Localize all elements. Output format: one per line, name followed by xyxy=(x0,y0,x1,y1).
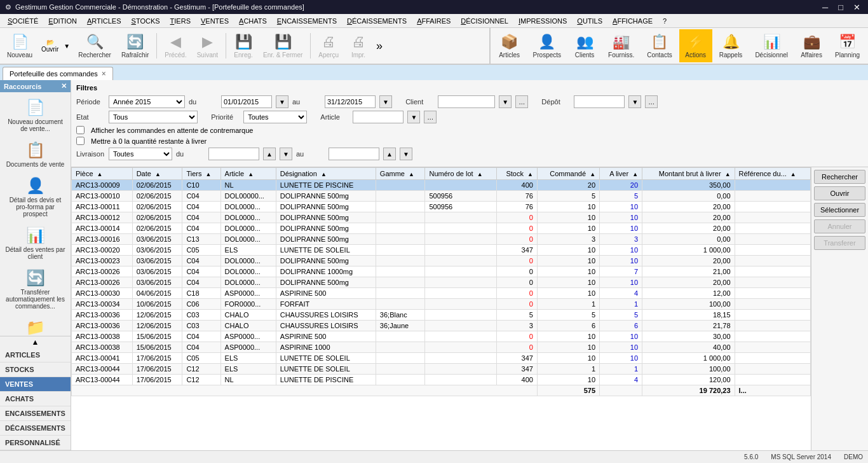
menu-outils[interactable]: OUTILS xyxy=(572,16,607,26)
ouvrir-side-btn[interactable]: Ouvrir xyxy=(814,186,865,200)
table-row[interactable]: ARC13-00014 02/06/2015 C04 DOL0000... DO… xyxy=(72,223,811,234)
ouvrir-button[interactable]: 📂 Ouvrir ▼ xyxy=(38,29,72,62)
menu-societe[interactable]: SOCIÉTÉ xyxy=(3,16,43,26)
menu-ventes[interactable]: VENTES xyxy=(196,16,234,26)
du-dropdown-btn[interactable]: ▼ xyxy=(276,95,288,108)
table-row[interactable]: ARC13-00020 03/06/2015 C05 ELS LUNETTE D… xyxy=(72,245,811,256)
sidebar-item-portefeuille[interactable]: 📁 Portefeuille des xyxy=(3,315,68,336)
menu-stocks[interactable]: STOCKS xyxy=(126,16,165,26)
table-row[interactable]: ARC13-00034 10/06/2015 C06 FOR0000... FO… xyxy=(72,299,811,310)
table-row[interactable]: ARC13-00038 15/06/2015 C04 ASP0000... AS… xyxy=(72,342,811,353)
menu-affichage[interactable]: AFFICHAGE xyxy=(607,16,658,26)
menu-tiers[interactable]: TIERS xyxy=(165,16,196,26)
col-article[interactable]: Article ▲ xyxy=(220,168,276,180)
close-btn[interactable]: ✕ xyxy=(851,3,863,12)
sidebar-item-nouveau-doc[interactable]: 📄 Nouveau document de vente... xyxy=(3,95,68,136)
livraison-au-up-btn[interactable]: ▲ xyxy=(383,148,396,160)
article-input[interactable] xyxy=(353,111,403,123)
table-row[interactable]: ARC13-00010 02/06/2015 C04 DOL00000... D… xyxy=(72,191,811,202)
client-input[interactable] xyxy=(438,95,495,108)
col-date[interactable]: Date ▲ xyxy=(132,168,182,180)
table-row[interactable]: ARC13-00026 03/06/2015 C04 DOL0000... DO… xyxy=(72,277,811,288)
ouvrir-main[interactable]: 📂 Ouvrir xyxy=(38,29,62,62)
table-row[interactable]: ARC13-00038 15/06/2015 C04 ASP0000... AS… xyxy=(72,331,811,342)
table-row[interactable]: ARC13-00009 02/06/2015 C10 NL LUNETTE DE… xyxy=(72,180,811,191)
nav-item-decaissements[interactable]: DÉCAISSEMENTS xyxy=(0,421,71,436)
col-stock[interactable]: Stock ▲ xyxy=(496,168,537,180)
contacts-rt-button[interactable]: 📋 Contacts xyxy=(641,29,677,62)
nav-item-encaissements[interactable]: ENCAISSEMENTS xyxy=(0,406,71,421)
menu-edition[interactable]: EDITION xyxy=(43,16,82,26)
nav-item-articles[interactable]: ARTICLES xyxy=(0,348,71,363)
menu-encaissements[interactable]: ENCAISSEMENTS xyxy=(272,16,342,26)
menu-decisionnel[interactable]: DÉCISIONNEL xyxy=(456,16,513,26)
menu-decaissements[interactable]: DÉCAISSEMENTS xyxy=(342,16,412,26)
table-row[interactable]: ARC13-00026 03/06/2015 C04 DOL0000... DO… xyxy=(72,266,811,277)
depot-dropdown-btn[interactable]: ▼ xyxy=(628,95,641,108)
article-search-btn[interactable]: … xyxy=(424,111,437,123)
clients-rt-button[interactable]: 👥 Clients xyxy=(568,29,601,62)
nav-item-ventes[interactable]: VENTES xyxy=(0,377,71,392)
fourniss-rt-button[interactable]: 🏭 Fourniss. xyxy=(602,29,640,62)
table-row[interactable]: ARC13-00036 12/06/2015 C03 CHALO CHAUSSU… xyxy=(72,310,811,321)
rappels-rt-button[interactable]: 🔔 Rappels xyxy=(714,29,749,62)
depot-search-btn[interactable]: … xyxy=(645,95,658,108)
nav-item-personnalise[interactable]: PERSONNALISÉ xyxy=(0,436,71,450)
portefeuille-tab[interactable]: Portefeuille des commandes × xyxy=(3,67,113,81)
sidebar-item-detail-devis[interactable]: 👤 Détail des devis et pro-forma par pros… xyxy=(3,173,68,221)
col-numero-lot[interactable]: Numéro de lot ▲ xyxy=(425,168,496,180)
rafraichir-button[interactable]: 🔄 Rafraîchir xyxy=(117,29,153,62)
tab-close-btn[interactable]: × xyxy=(102,69,106,78)
decisionnel-rt-button[interactable]: 📊 Décisionnel xyxy=(749,29,794,62)
du-input[interactable] xyxy=(221,95,272,108)
table-row[interactable]: ARC13-00011 02/06/2015 C04 DOL0000... DO… xyxy=(72,202,811,212)
sidebar-close-btn[interactable]: ✕ xyxy=(61,82,67,90)
menu-articles[interactable]: ARTICLES xyxy=(82,16,126,26)
articles-rt-button[interactable]: 📦 Articles xyxy=(493,29,526,62)
sidebar-scroll-up[interactable]: ▲ xyxy=(0,336,71,348)
selectionner-side-btn[interactable]: Sélectionner xyxy=(814,203,865,217)
prospects-rt-button[interactable]: 👤 Prospects xyxy=(527,29,567,62)
col-a-livrer[interactable]: A liver ▲ xyxy=(600,168,642,180)
sidebar-item-detail-ventes[interactable]: 📊 Détail des ventes par client xyxy=(3,223,68,264)
affaires-rt-button[interactable]: 💼 Affaires xyxy=(795,29,828,62)
menu-help[interactable]: ? xyxy=(658,16,672,26)
rechercher-button[interactable]: 🔍 Rechercher xyxy=(74,29,116,62)
nav-item-achats[interactable]: ACHATS xyxy=(0,392,71,406)
article-dropdown-btn[interactable]: ▼ xyxy=(407,111,420,123)
table-row[interactable]: ARC13-00044 17/06/2015 C12 ELS LUNETTE D… xyxy=(72,364,811,375)
col-gamme[interactable]: Gamme ▲ xyxy=(376,168,425,180)
col-montant[interactable]: Montant brut à livrer ▲ xyxy=(642,168,735,180)
periode-select[interactable]: Année 2015 xyxy=(109,95,185,108)
minimize-btn[interactable]: ─ xyxy=(820,3,831,12)
au-input[interactable] xyxy=(325,95,376,108)
col-designation[interactable]: Désignation ▲ xyxy=(276,168,376,180)
sidebar-item-docs-vente[interactable]: 📋 Documents de vente xyxy=(3,137,68,172)
etat-select[interactable]: Tous xyxy=(109,111,198,123)
table-row[interactable]: ARC13-00012 02/06/2015 C04 DOL0000... DO… xyxy=(72,212,811,223)
rechercher-side-btn[interactable]: Rechercher xyxy=(814,170,865,184)
livraison-select[interactable]: Toutes xyxy=(109,148,172,160)
table-container[interactable]: Pièce ▲ Date ▲ Tiers ▲ Article ▲ Désigna… xyxy=(71,167,811,450)
menu-affaires[interactable]: AFFAIRES xyxy=(412,16,456,26)
priorite-select[interactable]: Toutes xyxy=(243,111,307,123)
menu-impressions[interactable]: IMPRESSIONS xyxy=(513,16,572,26)
checkbox-contremarque[interactable] xyxy=(76,126,85,134)
client-dropdown-btn[interactable]: ▼ xyxy=(499,95,512,108)
table-row[interactable]: ARC13-00041 17/06/2015 C05 ELS LUNETTE D… xyxy=(72,353,811,364)
livraison-au-input[interactable] xyxy=(329,148,379,160)
toolbar-more-btn[interactable]: » xyxy=(374,39,385,53)
table-row[interactable]: ARC13-00030 04/06/2015 C18 ASP0000... AS… xyxy=(72,288,811,299)
depot-input[interactable] xyxy=(574,95,625,108)
livraison-du-up-btn[interactable]: ▲ xyxy=(263,148,276,160)
table-row[interactable]: ARC13-00036 12/06/2015 C03 CHALO CHAUSSU… xyxy=(72,321,811,331)
table-row[interactable]: ARC13-00044 17/06/2015 C12 NL LUNETTE DE… xyxy=(72,375,811,385)
nav-item-stocks[interactable]: STOCKS xyxy=(0,363,71,377)
table-row[interactable]: ARC13-00016 03/06/2015 C13 DOL0000... DO… xyxy=(72,234,811,245)
client-search-btn[interactable]: … xyxy=(515,95,528,108)
sidebar-item-transferer[interactable]: 🔄 Transférer automatiquement les command… xyxy=(3,265,68,314)
au-dropdown-btn[interactable]: ▼ xyxy=(379,95,392,108)
ouvrir-arrow[interactable]: ▼ xyxy=(62,29,72,62)
livraison-du-down-btn[interactable]: ▼ xyxy=(280,148,292,160)
table-row[interactable]: ARC13-00023 03/06/2015 C04 DOL0000... DO… xyxy=(72,256,811,266)
